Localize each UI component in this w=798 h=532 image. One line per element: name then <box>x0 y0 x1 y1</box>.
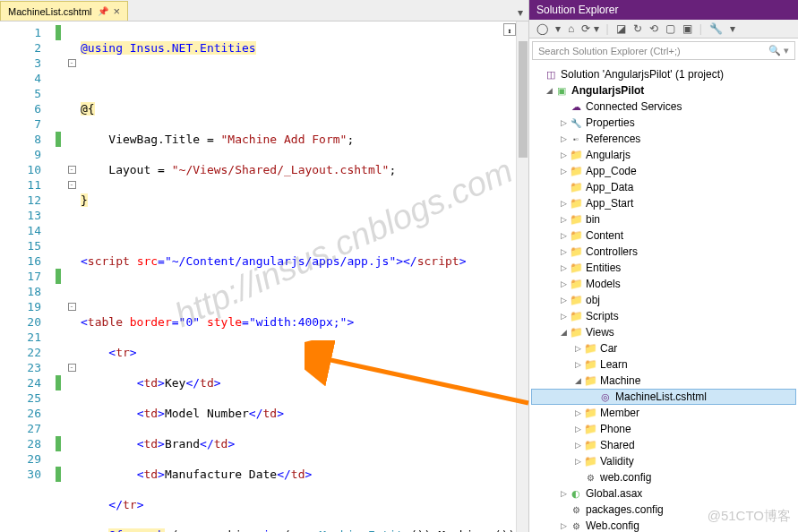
show-all-icon[interactable]: ▢ <box>664 22 677 35</box>
fold-toggle[interactable]: - <box>68 166 76 174</box>
tree-item-machine[interactable]: ◢Machine <box>531 373 796 389</box>
tree-item-controllers[interactable]: ▷Controllers <box>531 244 796 260</box>
preview-icon[interactable]: ▾ <box>728 22 737 35</box>
tree-item-globalasax[interactable]: ▷Global.asax <box>531 485 796 502</box>
solution-explorer-title: Solution Explorer <box>529 0 798 20</box>
code-content[interactable]: @using Insus.NET.Entities @{ ViewBag.Tit… <box>77 21 528 532</box>
editor-tab-machinelist[interactable]: MachineList.cshtml 📌 × <box>0 1 128 21</box>
forward-icon[interactable]: ▾ <box>553 22 562 35</box>
home-icon[interactable]: ⌂ <box>566 22 576 35</box>
solution-explorer: Solution Explorer ◯ ▾ ⌂ ⟳ ▾ | ◪ ↻ ⟲ ▢ ▣ … <box>529 0 798 532</box>
back-icon[interactable]: ◯ <box>535 22 550 35</box>
tab-strip: MachineList.cshtml 📌 × ▾ <box>0 0 528 21</box>
tree-item-references[interactable]: ▷References <box>531 131 796 147</box>
tree-item-webconfig[interactable]: ▷Web.config <box>531 518 796 532</box>
scope-icon[interactable]: ◪ <box>614 22 628 35</box>
tree-item-connected[interactable]: Connected Services <box>531 99 796 115</box>
tree-item-member[interactable]: ▷Member <box>531 405 796 421</box>
tree-item-content[interactable]: ▷Content <box>531 227 796 244</box>
tree-item-views[interactable]: ◢Views <box>531 324 796 340</box>
line-numbers: 1234567891011121314151617181920212223242… <box>0 21 50 532</box>
tab-label: MachineList.cshtml <box>8 6 92 17</box>
change-margin <box>50 21 66 532</box>
tree-item-properties[interactable]: ▷Properties <box>531 115 796 131</box>
split-icon[interactable]: ⬍ <box>503 23 516 36</box>
fold-toggle[interactable]: - <box>68 59 76 67</box>
tree-item-webconfig-views[interactable]: web.config <box>531 469 796 485</box>
collapse-icon[interactable]: ▣ <box>681 22 694 35</box>
scrollbar-vertical[interactable] <box>516 21 528 532</box>
solution-tree[interactable]: Solution 'AngularjsPilot' (1 project) ◢A… <box>529 63 798 532</box>
solution-explorer-search[interactable]: Search Solution Explorer (Ctrl+;) 🔍 ▾ <box>532 41 795 60</box>
fold-toggle[interactable]: - <box>68 181 76 189</box>
solution-explorer-toolbar: ◯ ▾ ⌂ ⟳ ▾ | ◪ ↻ ⟲ ▢ ▣ | 🔧 ▾ <box>529 20 798 39</box>
refresh2-icon[interactable]: ⟲ <box>648 22 660 35</box>
tree-item-angularjs[interactable]: ▷Angularjs <box>531 147 796 163</box>
fold-toggle[interactable]: - <box>68 364 76 372</box>
close-icon[interactable]: × <box>114 4 121 18</box>
tree-item-appcode[interactable]: ▷App_Code <box>531 163 796 179</box>
tree-item-machinelist[interactable]: MachineList.cshtml <box>531 389 796 405</box>
tree-item-shared[interactable]: ▷Shared <box>531 437 796 453</box>
scrollbar-thumb[interactable] <box>519 41 528 158</box>
pin-icon[interactable]: 📌 <box>98 6 108 16</box>
tree-item-appdata[interactable]: App_Data <box>531 179 796 195</box>
properties-icon[interactable]: 🔧 <box>708 22 725 35</box>
editor-pane: MachineList.cshtml 📌 × ▾ 123456789101112… <box>0 0 529 532</box>
tree-item-phone[interactable]: ▷Phone <box>531 421 796 437</box>
project-node[interactable]: ◢AngularjsPilot <box>531 82 796 99</box>
tree-item-car[interactable]: ▷Car <box>531 340 796 356</box>
sync-icon[interactable]: ⟳ ▾ <box>579 22 600 35</box>
fold-margin: - - - - - <box>66 21 77 532</box>
tab-dropdown-icon[interactable]: ▾ <box>512 4 528 21</box>
tree-item-appstart[interactable]: ▷App_Start <box>531 195 796 211</box>
tree-item-packages[interactable]: packages.config <box>531 502 796 518</box>
search-icon[interactable]: 🔍 ▾ <box>768 45 789 56</box>
code-area[interactable]: 1234567891011121314151617181920212223242… <box>0 21 528 532</box>
tree-item-obj[interactable]: ▷obj <box>531 292 796 308</box>
tree-item-scripts[interactable]: ▷Scripts <box>531 308 796 324</box>
tree-item-learn[interactable]: ▷Learn <box>531 356 796 373</box>
tree-item-entities[interactable]: ▷Entities <box>531 260 796 276</box>
tree-item-models[interactable]: ▷Models <box>531 276 796 292</box>
refresh-icon[interactable]: ↻ <box>631 22 644 35</box>
search-placeholder: Search Solution Explorer (Ctrl+;) <box>538 46 681 56</box>
fold-toggle[interactable]: - <box>68 303 76 311</box>
tree-item-validity[interactable]: ▷Validity <box>531 453 796 469</box>
tree-item-bin[interactable]: ▷bin <box>531 211 796 227</box>
solution-node[interactable]: Solution 'AngularjsPilot' (1 project) <box>531 66 796 82</box>
